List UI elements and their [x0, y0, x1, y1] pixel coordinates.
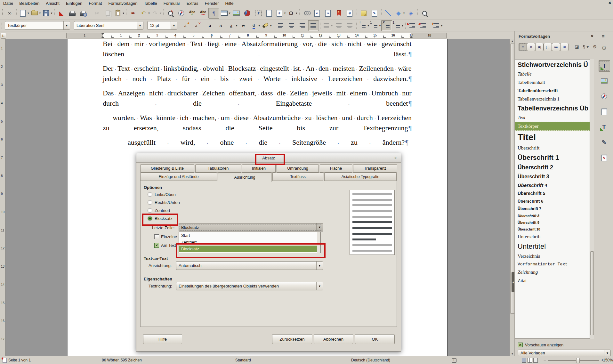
- copy-button[interactable]: [102, 8, 113, 19]
- dropdown-option-start[interactable]: Start: [179, 232, 320, 239]
- dropdown-option-blocksatz[interactable]: Blocksatz: [179, 246, 320, 252]
- insert-endnote-button[interactable]: ↪: [323, 8, 334, 19]
- zoom-level[interactable]: 150%: [603, 358, 613, 362]
- symbol-shapes-button[interactable]: ◈: [405, 8, 416, 19]
- align-center-button[interactable]: [286, 20, 297, 31]
- navigator-deck-button[interactable]: [599, 91, 609, 102]
- style-item-überschrift[interactable]: Überschrift: [515, 144, 593, 152]
- style-item-unterschrift[interactable]: Unterschrift: [515, 232, 593, 241]
- style-item-überschrift-5[interactable]: Überschrift 5: [515, 189, 593, 197]
- line-spacing-button[interactable]: ▾: [322, 20, 334, 31]
- style-item-vorformatierter-text[interactable]: Vorformatierter Text: [515, 260, 593, 268]
- zoom-button[interactable]: [419, 8, 430, 19]
- styles-deck-button[interactable]: T: [599, 60, 610, 72]
- justify-button[interactable]: [308, 20, 319, 31]
- single-word-checkbox[interactable]: [154, 234, 159, 239]
- radio-rechts-unten[interactable]: Rechts/Unten: [148, 200, 180, 205]
- show-previews-row[interactable]: ✕ Vorschauen anzeigen: [518, 343, 563, 347]
- chevron-down-icon[interactable]: ▼: [316, 282, 323, 290]
- chevron-down-icon[interactable]: ▾: [28, 12, 29, 15]
- outline-format-button[interactable]: 1▾: [392, 20, 404, 31]
- decrease-indent-button[interactable]: ◀: [418, 20, 429, 31]
- chevron-down-icon[interactable]: ▾: [331, 24, 333, 27]
- reset-button[interactable]: Zurücksetzen: [272, 334, 312, 344]
- menu-formatvorlagen[interactable]: Formatvorlagen: [105, 0, 141, 6]
- text-direction-dropdown[interactable]: Einstellungen des übergeordneten Objekts…: [176, 282, 323, 290]
- open-button[interactable]: ▾: [30, 8, 42, 19]
- style-item-überschrift-10[interactable]: Überschrift 10: [515, 226, 593, 232]
- menu-bearbeiten[interactable]: Bearbeiten: [16, 0, 43, 6]
- table-styles-button[interactable]: ⊞: [560, 43, 569, 51]
- style-item-text[interactable]: Text: [515, 113, 593, 122]
- style-item-überschrift-7[interactable]: Überschrift 7: [515, 205, 593, 212]
- menu-formular[interactable]: Formular: [160, 0, 183, 6]
- insert-footnote-button[interactable]: ↵: [312, 8, 323, 19]
- font-size-combo[interactable]: 12 pt▼: [147, 21, 177, 30]
- increase-font-size-button[interactable]: a▲: [180, 20, 191, 31]
- page-style-field[interactable]: Standard: [235, 358, 251, 362]
- insert-page-break-button[interactable]: [264, 8, 275, 19]
- style-item-tabellenverzeichnis-üb[interactable]: Tabellenverzeichnis Üb: [515, 103, 593, 113]
- style-item-zitat[interactable]: Zitat: [515, 276, 593, 285]
- chevron-down-icon[interactable]: ▾: [403, 12, 405, 15]
- underline-button[interactable]: a▾: [226, 20, 238, 31]
- word-count[interactable]: 86 Wörter, 595 Zeichen: [102, 358, 142, 362]
- single-page-view-icon[interactable]: [522, 358, 526, 363]
- bold-button[interactable]: a: [205, 20, 215, 31]
- menu-fenster[interactable]: Fenster: [202, 0, 222, 6]
- tab-einzüge-und-abstände[interactable]: Einzüge und Abstände: [140, 173, 217, 181]
- scroll-down-icon[interactable]: ▼: [511, 352, 514, 355]
- sidebar-toggle-handle[interactable]: ◂: [512, 272, 514, 292]
- window-close-icon[interactable]: ×: [609, 0, 611, 5]
- chevron-down-icon[interactable]: ▾: [236, 24, 238, 27]
- style-item-titel[interactable]: Titel: [515, 131, 593, 144]
- zoom-slider[interactable]: [548, 360, 599, 361]
- insert-cross-reference-button[interactable]: ※: [344, 8, 355, 19]
- menu-einfügen[interactable]: Einfügen: [63, 0, 85, 6]
- chevron-down-icon[interactable]: ▼: [63, 21, 70, 29]
- redo-button[interactable]: ↷▾: [150, 8, 162, 19]
- align-right-button[interactable]: [297, 20, 308, 31]
- print-button[interactable]: [67, 8, 78, 19]
- space-below-paragraph-button[interactable]: [344, 20, 355, 31]
- style-item-tabellenüberschrift[interactable]: Tabellenüberschrift: [515, 86, 593, 95]
- paste-button[interactable]: ▾: [113, 8, 125, 19]
- align-left-button[interactable]: [275, 20, 286, 31]
- manage-changes-deck-button[interactable]: ✎: [599, 152, 609, 163]
- print-preview-button[interactable]: [78, 8, 89, 19]
- decrease-font-size-button[interactable]: a▽: [191, 20, 202, 31]
- insert-hyperlink-button[interactable]: [301, 8, 312, 19]
- radio-zentriert[interactable]: Zentriert: [148, 208, 170, 213]
- show-previews-checkbox[interactable]: ✕: [518, 343, 523, 347]
- export-pdf-button[interactable]: ◣: [56, 8, 67, 19]
- font-color-button[interactable]: a▾: [249, 20, 261, 31]
- space-above-paragraph-button[interactable]: [333, 20, 344, 31]
- character-styles-button[interactable]: a: [527, 43, 535, 51]
- chevron-down-icon[interactable]: ▼: [171, 21, 177, 29]
- chevron-down-icon[interactable]: ▾: [123, 12, 125, 15]
- strikethrough-button[interactable]: a: [238, 20, 249, 31]
- ok-button[interactable]: OK: [355, 334, 395, 344]
- chevron-down-icon[interactable]: ▼: [316, 262, 323, 270]
- accessibility-check-deck-button[interactable]: ✎: [599, 137, 609, 148]
- chevron-down-icon[interactable]: ▾: [39, 12, 41, 15]
- insert-table-button[interactable]: ▾: [219, 8, 231, 19]
- paragraph-styles-button[interactable]: ≡: [519, 43, 527, 51]
- auto-spellcheck-button[interactable]: Abc~~~: [198, 8, 208, 19]
- tab-transparenz[interactable]: Transparenz: [353, 164, 397, 173]
- left-indent-bottom-marker[interactable]: [101, 36, 104, 38]
- insert-special-character-button[interactable]: Ω▾: [286, 8, 298, 19]
- dropdown-scrollbar[interactable]: [317, 232, 320, 253]
- style-item-tabelle[interactable]: Tabelle: [515, 70, 593, 78]
- insert-chart-button[interactable]: [242, 8, 253, 19]
- save-button[interactable]: ▾: [41, 8, 53, 19]
- menu-datei[interactable]: Datei: [0, 0, 16, 6]
- numbered-list-button[interactable]: 1▾: [370, 20, 382, 31]
- tab-gliederung-liste[interactable]: Gliederung & Liste: [140, 164, 194, 173]
- no-list-button[interactable]: ✗: [381, 20, 392, 31]
- vertical-ruler[interactable]: 1234567891011121314151617: [0, 39, 5, 356]
- chevron-down-icon[interactable]: ▾: [379, 24, 381, 27]
- font-name-combo[interactable]: Liberation Serif▼: [74, 21, 143, 30]
- highlight-color-button[interactable]: ▾: [261, 20, 272, 31]
- tab-stop-selector[interactable]: L: [1, 33, 6, 39]
